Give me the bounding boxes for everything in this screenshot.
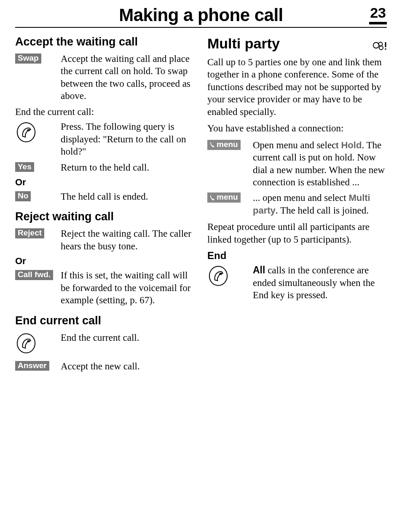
service-provider-icon [372,40,387,52]
svg-point-6 [379,46,383,50]
call-fwd-description: If this is set, the waiting call will be… [61,269,195,306]
svg-point-10 [219,273,222,275]
heading-end-current: End current call [15,314,195,327]
end-call-icon[interactable] [15,121,37,143]
call-icon [209,141,215,148]
all-word: All [253,265,265,275]
answer-softkey[interactable]: Answer [15,361,49,371]
answer-description: Accept the new call. [61,360,195,372]
press-description: Press. The following query is displayed:… [61,120,195,158]
repeat-text: Repeat procedure until all participants … [207,221,387,246]
yes-softkey[interactable]: Yes [15,162,34,172]
no-softkey[interactable]: No [15,191,31,201]
or-text-2: Or [15,256,195,267]
call-icon [209,194,215,201]
heading-reject-waiting: Reject waiting call [15,210,195,223]
multi-party-intro: Call up to 5 parties one by one and link… [207,56,387,118]
end-call-icon[interactable] [207,265,229,287]
call-fwd-softkey[interactable]: Call fwd. [15,270,53,280]
swap-description: Accept the waiting call and place the cu… [61,53,195,102]
heading-multi-party: Multi party [207,35,280,52]
svg-point-1 [27,129,30,131]
page-header: Making a phone call 23 [15,5,387,28]
swap-softkey[interactable]: Swap [15,53,41,64]
svg-rect-7 [385,42,386,47]
no-description: The held call is ended. [61,190,195,203]
end-current-intro: End the current call: [15,106,195,118]
svg-rect-8 [385,48,386,50]
multi-party-description: ... open menu and select Multi party. Th… [253,192,387,217]
svg-point-4 [373,42,379,48]
menu-label: menu [217,140,238,149]
yes-description: Return to the held call. [61,161,195,174]
menu-label: menu [217,193,238,202]
hold-word: Hold [341,140,362,150]
hold-description: Open menu and select Hold. The current c… [253,139,387,189]
reject-softkey[interactable]: Reject [15,228,44,238]
svg-point-3 [27,340,30,342]
page-title: Making a phone call [119,5,283,25]
svg-point-5 [379,42,383,46]
established-text: You have established a connection: [207,122,387,134]
heading-end: End [207,250,387,262]
call-menu-softkey[interactable]: menu [207,140,241,150]
right-column: Multi party Call up to 5 parties one by … [207,35,387,376]
end-description: End the current call. [61,331,195,344]
call-menu-softkey[interactable]: menu [207,192,241,203]
left-column: Accept the waiting call Swap Accept the … [15,35,195,376]
or-text: Or [15,177,195,188]
heading-accept-waiting: Accept the waiting call [15,35,195,48]
reject-description: Reject the waiting call. The caller hear… [61,227,195,252]
page-number: 23 [369,5,387,24]
end-all-description: All calls in the conference are ended si… [253,264,387,301]
end-call-icon[interactable] [15,332,37,354]
